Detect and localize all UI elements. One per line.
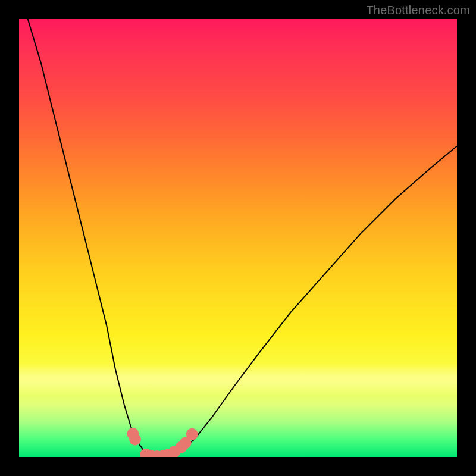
- marker-dot: [129, 434, 141, 446]
- chart-frame: TheBottleneck.com: [0, 0, 476, 476]
- marker-dot: [186, 428, 198, 440]
- plot-area: [19, 19, 457, 457]
- curve-right-line: [173, 146, 457, 455]
- watermark-text: TheBottleneck.com: [366, 4, 470, 17]
- marker-group: [127, 428, 198, 457]
- curve-left-line: [28, 19, 148, 455]
- chart-svg: [19, 19, 457, 457]
